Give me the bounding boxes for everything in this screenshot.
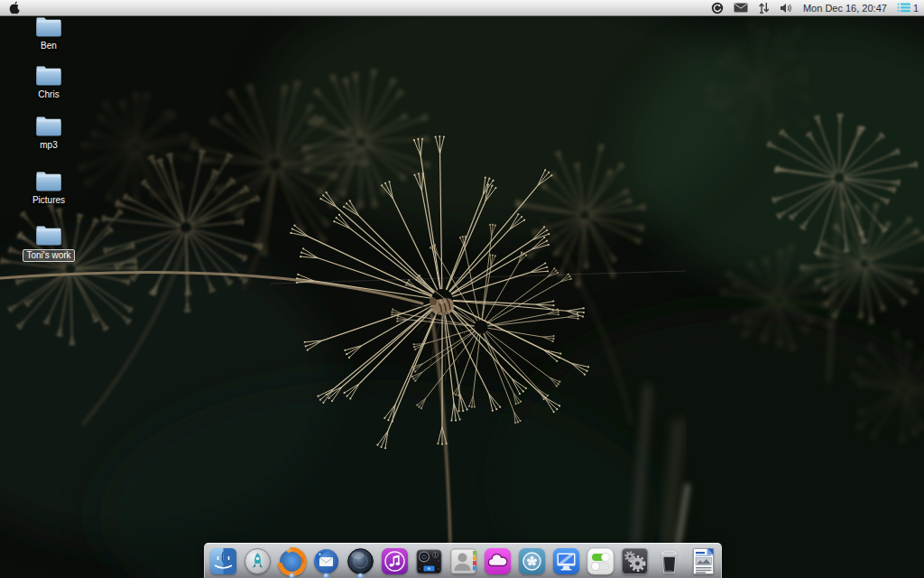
apple-logo-icon	[9, 1, 21, 14]
apple-menu[interactable]	[9, 1, 21, 14]
desktop-folder-toni-s-work[interactable]: Toni's work	[16, 223, 81, 262]
folder-icon	[33, 14, 64, 39]
thunderbird-icon	[311, 546, 341, 576]
dock-item-toggles[interactable]	[586, 546, 615, 577]
tasks-count: 1	[913, 3, 919, 14]
dock-item-thunderbird[interactable]	[311, 546, 341, 577]
folder-icon	[33, 63, 64, 88]
dock-item-flower-badge[interactable]	[517, 546, 547, 577]
dock-item-firefox[interactable]	[277, 546, 307, 577]
cloud-icon	[483, 546, 513, 576]
desktop-folder-mp3[interactable]: mp3	[16, 114, 81, 151]
folder-label: Toni's work	[23, 249, 74, 262]
toggles-icon	[586, 546, 615, 576]
network-arrows-glyph	[758, 2, 770, 14]
dock: 1	[204, 543, 722, 578]
dark-orb-icon	[346, 546, 375, 576]
contacts-icon	[448, 546, 478, 576]
tasks-menu[interactable]: 1	[897, 3, 919, 14]
folder-icon	[33, 223, 64, 247]
dock-item-dark-orb[interactable]	[346, 546, 375, 577]
dock-item-finder[interactable]	[208, 546, 238, 577]
finder-icon	[208, 546, 238, 576]
dock-item-contacts[interactable]	[448, 546, 478, 577]
dock-item-cloud[interactable]	[483, 546, 513, 577]
folder-label: Pictures	[32, 195, 65, 206]
running-indicator	[358, 573, 363, 578]
volume-icon[interactable]	[780, 3, 793, 14]
trash-icon	[654, 546, 684, 576]
camera-icon: 1	[414, 546, 444, 576]
running-indicator	[324, 573, 328, 578]
menu-bar: Mon Dec 16, 20:47 1	[0, 0, 924, 16]
gears-icon	[620, 546, 650, 576]
folder-icon	[33, 169, 64, 193]
menu-clock[interactable]: Mon Dec 16, 20:47	[803, 3, 887, 14]
dock-item-camera[interactable]: 1	[414, 546, 444, 577]
dock-item-music[interactable]	[380, 546, 410, 577]
desktop-folder-ben[interactable]: Ben	[16, 14, 81, 51]
volume-glyph	[780, 3, 793, 14]
dock-item-writer-doc[interactable]	[688, 546, 718, 577]
dock-item-gears[interactable]	[620, 546, 650, 577]
desktop-folder-chris[interactable]: Chris	[16, 63, 81, 100]
folder-label: Chris	[38, 89, 59, 100]
launchpad-icon	[243, 546, 273, 576]
folder-icon	[33, 114, 64, 138]
sync-glyph	[711, 2, 724, 14]
network-arrows-icon[interactable]	[758, 2, 770, 14]
mail-glyph	[734, 3, 748, 13]
wallpaper-image	[0, 0, 924, 578]
display-icon	[551, 546, 581, 576]
dock-item-display[interactable]	[551, 546, 581, 577]
music-icon	[380, 546, 410, 576]
dock-item-launchpad[interactable]	[243, 546, 273, 577]
flower-badge-icon	[517, 546, 547, 576]
folder-label: Ben	[41, 41, 57, 51]
sync-icon[interactable]	[711, 2, 724, 14]
running-indicator	[290, 573, 294, 578]
mail-icon[interactable]	[734, 3, 748, 13]
task-list-icon	[897, 3, 910, 13]
desktop-folder-pictures[interactable]: Pictures	[16, 169, 81, 206]
firefox-icon	[277, 546, 307, 576]
desktop: Mon Dec 16, 20:47 1	[0, 0, 924, 578]
dock-item-trash[interactable]	[654, 546, 684, 577]
folder-label: mp3	[40, 140, 57, 151]
writer-doc-icon	[688, 546, 718, 576]
